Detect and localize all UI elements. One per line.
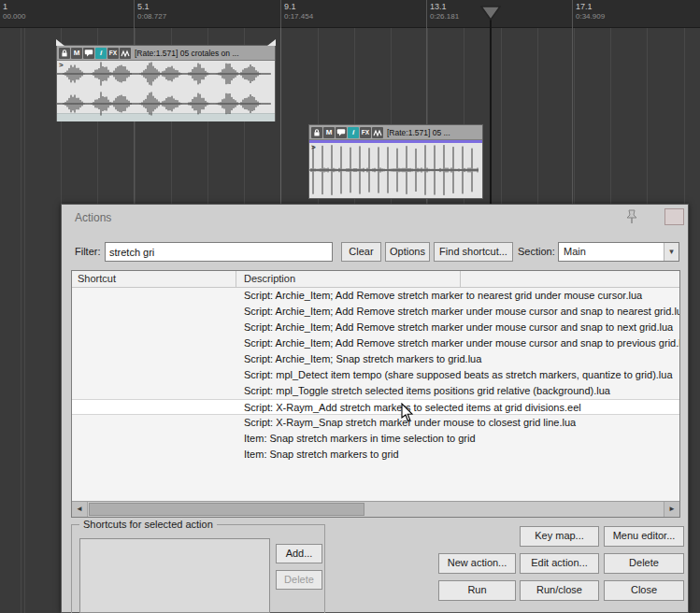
actions-window: Actions Filter: Clear Options Find short… bbox=[61, 204, 689, 613]
list-header: Shortcut Description bbox=[72, 271, 679, 288]
fx-icon[interactable]: FX bbox=[107, 48, 119, 59]
action-row[interactable]: Script: Archie_Item; Add Remove stretch … bbox=[72, 288, 679, 304]
mouse-cursor bbox=[400, 403, 415, 423]
action-list: Shortcut Description Script: Archie_Item… bbox=[71, 270, 680, 518]
mute-icon[interactable]: M bbox=[323, 127, 335, 138]
ruler-mark: 5.1 0:08.727 bbox=[134, 0, 166, 28]
ruler-beat: 13.1 bbox=[430, 2, 459, 11]
ruler-time: 00.000 bbox=[3, 12, 25, 21]
delete-shortcut-button: Delete bbox=[276, 570, 322, 590]
filter-label: Filter: bbox=[75, 246, 101, 257]
waveform-left bbox=[57, 61, 271, 87]
ruler-beat: 1 bbox=[3, 2, 25, 11]
item-waveform-area: > bbox=[57, 61, 275, 113]
add-shortcut-button[interactable]: Add... bbox=[276, 544, 322, 563]
actions-titlebar[interactable]: Actions bbox=[62, 205, 688, 230]
ruler-beat: 5.1 bbox=[137, 2, 166, 11]
lock-icon[interactable] bbox=[59, 48, 70, 59]
action-row[interactable]: Script: X-Raym_Snap stretch marker under… bbox=[72, 415, 679, 431]
column-divider[interactable] bbox=[460, 271, 461, 287]
info-icon[interactable]: i bbox=[348, 127, 359, 138]
channel-indicator: > bbox=[59, 61, 64, 69]
item-header: M i FX [Rate:1.571] 05 crotales on ... bbox=[57, 46, 275, 61]
fx-icon[interactable]: FX bbox=[360, 127, 371, 138]
ruler-mark: 1 00.000 bbox=[0, 0, 25, 28]
notes-icon[interactable] bbox=[83, 48, 94, 59]
mute-icon[interactable]: M bbox=[71, 48, 82, 59]
action-row[interactable]: Item: Snap stretch markers in time selec… bbox=[72, 431, 679, 447]
run-close-button[interactable]: Run/close bbox=[520, 580, 599, 601]
ruler-mark: 13.1 0:26.181 bbox=[426, 0, 459, 28]
section-label: Section: bbox=[518, 246, 555, 257]
stretch-icon[interactable] bbox=[120, 48, 131, 59]
playhead-marker[interactable] bbox=[480, 6, 501, 21]
clear-button[interactable]: Clear bbox=[341, 242, 381, 262]
timeline-ruler[interactable]: 1 00.000 5.1 0:08.727 9.1 0:17.454 13.1 … bbox=[0, 0, 700, 28]
delete-action-button[interactable]: Delete bbox=[604, 553, 684, 574]
action-row[interactable]: Script: mpl_Toggle stretch selected item… bbox=[72, 383, 679, 399]
ruler-mark: 17.1 0:34.909 bbox=[572, 0, 605, 28]
stretch-icon[interactable] bbox=[372, 127, 383, 138]
ruler-time: 0:34.909 bbox=[576, 12, 605, 21]
action-row[interactable]: Script: Archie_Item; Add Remove stretch … bbox=[72, 335, 679, 351]
section-select[interactable]: Main ▾ bbox=[558, 242, 679, 262]
action-row[interactable]: Script: Archie_Item; Snap stretch marker… bbox=[72, 351, 679, 367]
fade-in-handle[interactable] bbox=[56, 39, 64, 46]
scrollbar-thumb[interactable] bbox=[89, 503, 364, 516]
scroll-left-icon[interactable]: ◄ bbox=[72, 502, 88, 517]
ruler-beat: 17.1 bbox=[576, 2, 605, 11]
key-map-button[interactable]: Key map... bbox=[520, 526, 599, 547]
fade-out-handle[interactable] bbox=[267, 39, 276, 46]
item-label: [Rate:1.571] 05 crotales on ... bbox=[135, 49, 239, 58]
lock-icon[interactable] bbox=[311, 127, 322, 138]
action-row-selected[interactable]: Script: X-Raym_Add stretch markers to se… bbox=[72, 399, 679, 415]
shortcuts-group-label: Shortcuts for selected action bbox=[79, 519, 217, 530]
pin-icon[interactable] bbox=[624, 209, 638, 224]
options-button[interactable]: Options bbox=[385, 242, 430, 262]
scroll-right-icon[interactable]: ► bbox=[664, 502, 679, 517]
window-title: Actions bbox=[75, 211, 111, 224]
action-row[interactable]: Script: mpl_Detect item tempo (share sup… bbox=[72, 367, 679, 383]
item-header: M i FX [Rate:1.571] 05 ... bbox=[309, 125, 482, 140]
run-button[interactable]: Run bbox=[438, 580, 516, 601]
waveform-right bbox=[57, 91, 271, 117]
ruler-time: 0:08.727 bbox=[137, 12, 166, 21]
ruler-beat: 9.1 bbox=[284, 2, 313, 11]
close-icon[interactable] bbox=[664, 208, 684, 225]
waveform bbox=[309, 143, 479, 197]
action-row[interactable]: Item: Snap stretch markers to grid bbox=[72, 447, 679, 463]
ruler-mark: 9.1 0:17.454 bbox=[280, 0, 313, 28]
media-item-1[interactable]: M i FX [Rate:1.571] 05 crotales on ... > bbox=[56, 45, 276, 121]
item-label: [Rate:1.571] 05 ... bbox=[387, 128, 450, 137]
info-icon[interactable]: i bbox=[95, 48, 107, 59]
horizontal-scrollbar[interactable]: ◄ ► bbox=[72, 501, 679, 517]
column-shortcut[interactable]: Shortcut bbox=[78, 273, 116, 284]
notes-icon[interactable] bbox=[336, 127, 347, 138]
ruler-time: 0:26.181 bbox=[430, 12, 459, 21]
action-row[interactable]: Script: Archie_Item; Add Remove stretch … bbox=[72, 304, 679, 320]
shortcuts-groupbox: Shortcuts for selected action Add... Del… bbox=[71, 524, 325, 613]
new-action-button[interactable]: New action... bbox=[438, 553, 516, 574]
column-divider[interactable] bbox=[236, 271, 236, 287]
shortcuts-listbox[interactable] bbox=[79, 538, 270, 613]
list-rows: Script: Archie_Item; Add Remove stretch … bbox=[72, 288, 679, 463]
find-shortcut-button[interactable]: Find shortcut... bbox=[434, 242, 513, 262]
channel-indicator: > bbox=[311, 143, 316, 151]
action-row[interactable]: Script: Archie_Item; Add Remove stretch … bbox=[72, 320, 679, 335]
column-description[interactable]: Description bbox=[244, 273, 295, 284]
menu-editor-button[interactable]: Menu editor... bbox=[604, 526, 684, 547]
chevron-down-icon: ▾ bbox=[664, 243, 679, 261]
item-waveform-area: > bbox=[309, 143, 482, 198]
edit-cursor-line bbox=[490, 19, 492, 204]
close-button[interactable]: Close bbox=[604, 580, 684, 601]
edit-action-button[interactable]: Edit action... bbox=[520, 553, 599, 574]
filter-input[interactable] bbox=[105, 242, 333, 262]
ruler-time: 0:17.454 bbox=[284, 12, 313, 21]
media-item-2[interactable]: M i FX [Rate:1.571] 05 ... > bbox=[308, 124, 483, 199]
section-value: Main bbox=[564, 246, 586, 257]
